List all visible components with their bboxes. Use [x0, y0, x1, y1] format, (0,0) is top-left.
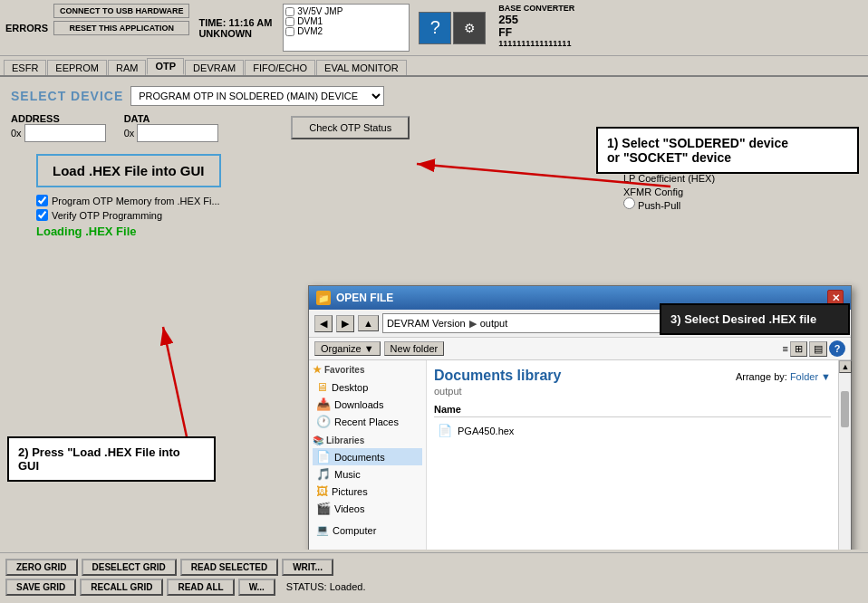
jmp-checkbox[interactable] [285, 7, 294, 16]
read-selected-button[interactable]: READ SELECTED [180, 559, 278, 576]
nav-item-recent[interactable]: 🕐 Recent Places [313, 413, 422, 430]
write-2-button[interactable]: W... [238, 579, 275, 596]
data-group: DATA 0x [124, 113, 219, 142]
nav-item-music[interactable]: 🎵 Music [313, 465, 422, 483]
verify-otp-label: Verify OTP Programming [52, 210, 162, 221]
bottom-bar: ZERO GRID DESELECT GRID READ SELECTED WR… [0, 552, 868, 603]
videos-folder-icon: 🎬 [316, 502, 331, 515]
scrollbar-vertical[interactable]: ▲ ▼ [838, 360, 851, 550]
connect-usb-button[interactable]: CONNECT TO USB HARDWARE [53, 4, 189, 18]
dvm1-checkbox[interactable] [285, 17, 294, 26]
up-button[interactable]: ▲ [358, 315, 379, 331]
view-details-button[interactable]: ▤ [809, 341, 827, 357]
annotation-2: 2) Press "Load .HEX File into GUI [7, 436, 216, 482]
time-section: TIME: 11:16 AM UNKNOWN [198, 4, 272, 52]
address-input[interactable] [24, 124, 106, 142]
tab-otp[interactable]: OTP [147, 58, 184, 75]
jmp-label: 3V/5V JMP [297, 6, 342, 16]
tab-eeprom[interactable]: EEPROM [47, 60, 107, 75]
downloads-folder-icon: 📥 [316, 397, 331, 411]
errors-label: ERRORS [5, 23, 48, 34]
dvm2-checkbox[interactable] [285, 27, 294, 36]
dialog-title-icon: 📁 [316, 291, 331, 305]
favorites-icon: ★ [313, 364, 322, 376]
annotation-1: 1) Select "SOLDERED" device or "SOCKET" … [596, 127, 859, 174]
desktop-label: Desktop [332, 382, 368, 393]
desktop-folder-icon: 🖥 [316, 380, 328, 394]
device-dropdown[interactable]: PROGRAM OTP IN SOLDERED (MAIN) DEVICE PR… [130, 86, 384, 106]
dialog-title: OPEN FILE [336, 292, 393, 304]
libraries-header: 📚 Libraries [313, 436, 422, 445]
back-button[interactable]: ◀ [314, 315, 333, 332]
path-bar: DEVRAM Version ▶ output [382, 313, 672, 333]
pictures-label: Pictures [332, 486, 368, 497]
settings-icon-box[interactable]: ⚙ [453, 12, 486, 44]
organize-button[interactable]: Organize ▼ [314, 341, 381, 356]
zero-grid-button[interactable]: ZERO GRID [5, 559, 78, 576]
lp-label: LP Coefficient (HEX) [623, 173, 859, 184]
errors-section: ERRORS [5, 4, 48, 52]
push-pull-radio[interactable] [623, 197, 635, 209]
save-grid-button[interactable]: SAVE GRID [5, 579, 76, 596]
dialog-toolbar: Organize ▼ New folder ≡ ⊞ ▤ ? [309, 338, 851, 360]
tab-esfr[interactable]: ESFR [4, 60, 46, 75]
tab-ram[interactable]: RAM [108, 60, 146, 75]
checkbox-row-1: Program OTP Memory from .HEX Fi... [36, 195, 221, 206]
top-bar: ERRORS CONNECT TO USB HARDWARE RESET THI… [0, 0, 868, 56]
file-list-header: Name [434, 404, 831, 417]
check-otp-button[interactable]: Check OTP Status [291, 116, 410, 139]
documents-label: Documents [334, 452, 385, 463]
tabs-bar: ESFR EEPROM RAM OTP DEVRAM FIFO/ECHO EVA… [0, 56, 868, 77]
address-hex-prefix: 0x [11, 128, 22, 139]
program-otp-label: Program OTP Memory from .HEX Fi... [52, 196, 220, 206]
program-otp-checkbox[interactable] [36, 195, 48, 206]
videos-label: Videos [334, 503, 364, 514]
load-hex-button[interactable]: Load .HEX File into GUI [36, 154, 221, 187]
annotation-3-text: 3) Select Desired .HEX file [670, 312, 816, 326]
arrange-val[interactable]: Folder ▼ [790, 371, 831, 382]
data-label: DATA [124, 113, 219, 124]
voltage-section: 3V/5V JMP DVM1 DVM2 [283, 4, 410, 52]
dialog-title-left: 📁 OPEN FILE [316, 291, 393, 305]
tab-devram[interactable]: DEVRAM [185, 60, 244, 75]
new-folder-button[interactable]: New folder [384, 341, 445, 356]
checkbox-row-2: Verify OTP Programming [36, 209, 221, 221]
forward-button[interactable]: ▶ [336, 315, 354, 332]
file-name: PGA450.hex [458, 426, 514, 436]
recall-grid-button[interactable]: RECALL GRID [80, 579, 163, 596]
data-input[interactable] [137, 124, 218, 142]
computer-label: Computer [333, 525, 376, 536]
annotation-1-text: 1) Select "SOLDERED" device or "SOCKET" … [607, 136, 788, 165]
path-arrow-1: ▶ [469, 318, 477, 330]
library-title: Documents library [434, 368, 561, 384]
load-hex-area: Load .HEX File into GUI Program OTP Memo… [36, 154, 221, 238]
scrollbar-thumb[interactable] [841, 391, 849, 427]
favorites-header: ★ Favorites [313, 364, 422, 376]
view-button[interactable]: ⊞ [790, 341, 807, 357]
base-binary: 1111111111111111 [498, 39, 574, 48]
deselect-grid-button[interactable]: DESELECT GRID [82, 559, 177, 576]
nav-item-computer[interactable]: 💻 Computer [313, 522, 422, 538]
content-panel: Documents library Arrange by: Folder ▼ o… [427, 360, 838, 550]
read-all-button[interactable]: READ ALL [167, 579, 234, 596]
voltage-row-3: DVM2 [285, 26, 407, 36]
help-icon-box[interactable]: ? [419, 12, 451, 44]
reset-application-button[interactable]: RESET THIS APPLICATION [53, 21, 189, 35]
music-label: Music [334, 469, 361, 480]
status-bar: STATUS: Loaded. [286, 581, 366, 592]
nav-item-desktop[interactable]: 🖥 Desktop [313, 378, 422, 396]
nav-item-downloads[interactable]: 📥 Downloads [313, 396, 422, 413]
voltage-row-2: DVM1 [285, 16, 407, 26]
nav-item-documents[interactable]: 📄 Documents [313, 448, 422, 465]
file-item-pga450[interactable]: 📄 PGA450.hex [434, 421, 831, 440]
nav-item-videos[interactable]: 🎬 Videos [313, 500, 422, 517]
help-button[interactable]: ? [829, 340, 845, 357]
nav-item-pictures[interactable]: 🖼 Pictures [313, 483, 422, 500]
hex-file-icon: 📄 [438, 424, 452, 437]
verify-otp-checkbox[interactable] [36, 209, 48, 221]
write-button[interactable]: WRIT... [282, 559, 333, 576]
tab-fifo-echo[interactable]: FIFO/ECHO [245, 60, 315, 75]
base-ff: FF [498, 26, 574, 39]
tab-eval-monitor[interactable]: EVAL MONITOR [316, 60, 407, 75]
scroll-up-button[interactable]: ▲ [839, 360, 852, 373]
